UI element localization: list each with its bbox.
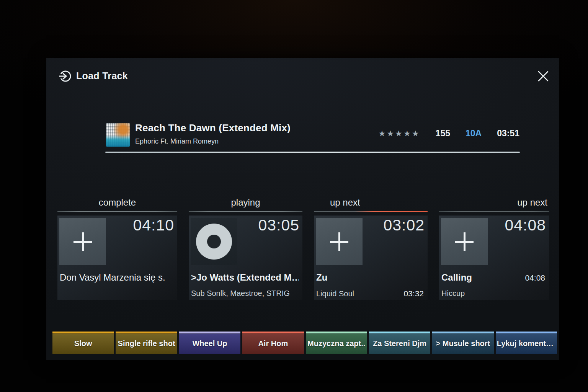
hotcue-label: Single rifle shot: [118, 338, 175, 348]
deck-status: up next: [314, 197, 428, 208]
hotcue-button-3[interactable]: Wheel Up: [179, 332, 240, 354]
track-artist: Ephoric Ft. Miriam Romeyn: [135, 137, 219, 145]
deck-track-artist: Sub Sonlk, Maestroe, STRIG: [191, 289, 290, 298]
hotcue-button-5[interactable]: Muzyczna zapt..: [306, 332, 367, 354]
screen-background: Load Track Reach The Dawn (Extended Mix)…: [0, 0, 588, 392]
track-stats: ★★★★★ 155 10A 03:51: [378, 128, 519, 139]
deck-card[interactable]: 04:10 Don Vasyl Marzenia się s.: [57, 216, 177, 300]
deck-countdown: 04:10: [133, 216, 174, 234]
album-art: [106, 123, 130, 147]
deck-status-underline: [314, 211, 428, 212]
add-track-tile[interactable]: [441, 218, 488, 265]
deck-status-underline: [189, 211, 302, 212]
hotcue-button-1[interactable]: Slow: [52, 332, 114, 354]
close-icon[interactable]: [536, 69, 550, 83]
playing-tile: [191, 218, 237, 265]
hotcue-button-row: Slow Single rifle shot Wheel Up Air Hom: [52, 332, 557, 354]
deck-countdown: 04:08: [505, 216, 546, 234]
rating-stars-icon: ★★★★★: [378, 129, 420, 138]
hotcue-label: > Musule short: [436, 338, 490, 348]
deck-track-time: 03:32: [403, 289, 424, 298]
deck-status-underline: [439, 211, 549, 212]
deck-status-underline: [57, 211, 177, 212]
hotcue-label: Muzyczna zapt..: [307, 338, 365, 348]
deck-countdown: 03:05: [258, 216, 299, 234]
hotcue-button-2[interactable]: Single rifle shot: [116, 332, 177, 354]
add-track-tile[interactable]: [316, 218, 363, 265]
track-bpm: 155: [436, 128, 450, 139]
hotcue-label: Lykuj komentu…: [497, 338, 556, 348]
load-track-icon: [58, 69, 72, 83]
track-key: 10A: [466, 128, 482, 139]
deck-column-4: up next 04:08 Calling 04:08 Hiccup: [439, 197, 549, 300]
deck-track-artist: Hiccup: [441, 289, 465, 298]
hotcue-label: Slow: [74, 338, 92, 348]
deck-status: up next: [439, 197, 549, 208]
dialog-header: Load Track: [46, 58, 559, 88]
hotcue-label: Za Stereni Djm: [373, 338, 426, 348]
deck-track-artist: Liquid Soul: [316, 289, 354, 298]
deck-track-title: Zu: [316, 272, 327, 283]
deck-column-1: complete 04:10 Don Vasyl Marzenia się s.: [57, 197, 177, 300]
deck-column-3: up next 03:02 Zu Liquid Soul 03:32: [314, 197, 428, 300]
add-track-tile[interactable]: [59, 218, 106, 265]
deck-track-title: Don Vasyl Marzenia się s.: [60, 272, 165, 283]
deck-track-title: >Jo Watts (Extended M…: [191, 272, 299, 283]
deck-track-title: Calling: [441, 272, 472, 283]
deck-track-time: 04:08: [525, 273, 545, 283]
hotcue-button-8[interactable]: Lykuj komentu…: [496, 332, 557, 354]
track-underline: [105, 152, 520, 153]
deck-status: playing: [189, 197, 302, 208]
hotcue-label: Wheel Up: [192, 338, 227, 348]
plus-icon: [74, 232, 92, 251]
deck-card[interactable]: 03:05 >Jo Watts (Extended M… Sub Sonlk, …: [189, 216, 302, 300]
hotcue-label: Air Hom: [258, 338, 288, 348]
track-title: Reach The Dawn (Extended Mix): [135, 122, 291, 134]
hotcue-button-4[interactable]: Air Hom: [242, 332, 304, 354]
plus-icon: [330, 232, 348, 251]
deck-status: complete: [57, 197, 177, 208]
vinyl-record-icon: [196, 224, 232, 260]
deck-column-2: playing 03:05 >Jo Watts (Extended M… Sub…: [189, 197, 302, 300]
load-track-dialog: Load Track Reach The Dawn (Extended Mix)…: [46, 58, 559, 360]
track-duration: 03:51: [497, 128, 519, 139]
deck-columns: complete 04:10 Don Vasyl Marzenia się s.…: [57, 197, 549, 300]
hotcue-button-7[interactable]: > Musule short: [432, 332, 493, 354]
deck-card[interactable]: 04:08 Calling 04:08 Hiccup: [439, 216, 549, 300]
plus-icon: [455, 232, 474, 251]
hotcue-button-6[interactable]: Za Stereni Djm: [369, 332, 430, 354]
dialog-title: Load Track: [76, 70, 128, 82]
deck-card[interactable]: 03:02 Zu Liquid Soul 03:32: [314, 216, 428, 300]
deck-countdown: 03:02: [383, 216, 425, 234]
